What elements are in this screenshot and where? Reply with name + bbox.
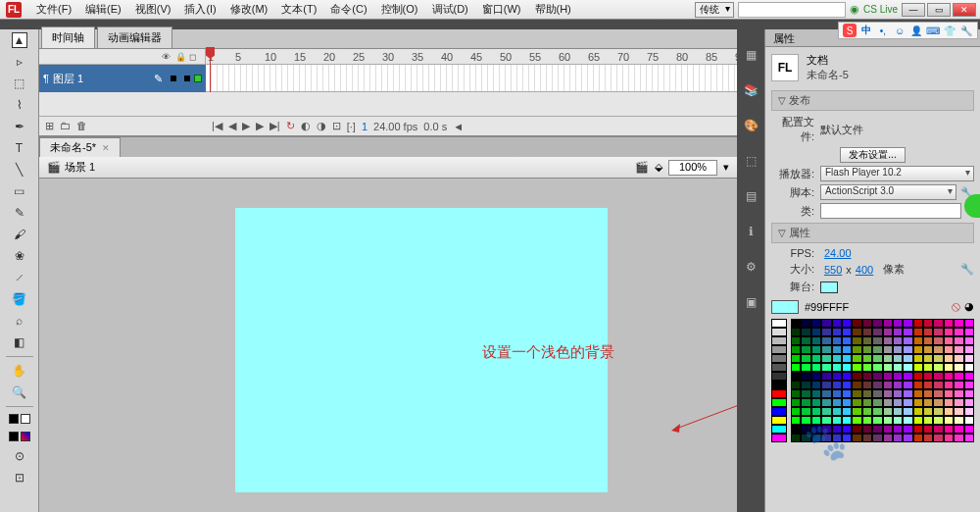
onion-outline-icon[interactable]: ◑ xyxy=(317,120,326,132)
subselection-tool[interactable]: ▹ xyxy=(12,54,27,70)
new-folder-icon[interactable]: 🗀 xyxy=(60,120,71,132)
first-frame-icon[interactable]: |◀ xyxy=(212,120,222,132)
play-icon[interactable]: ▶ xyxy=(242,120,250,132)
lasso-tool[interactable]: ⌇ xyxy=(12,97,27,113)
stroke-swatch[interactable] xyxy=(9,414,19,424)
menu-插入[interactable]: 插入(I) xyxy=(177,0,222,19)
document-tab[interactable]: 未命名-5*✕ xyxy=(39,137,121,157)
bone-tool[interactable]: ⟋ xyxy=(12,270,27,285)
frames-area[interactable] xyxy=(206,65,737,92)
onion-icon[interactable]: ◐ xyxy=(301,120,311,132)
text-tool[interactable]: T xyxy=(12,140,27,156)
free-transform-tool[interactable]: ⬚ xyxy=(12,76,27,91)
transform-panel-icon[interactable]: ⬚ xyxy=(743,153,759,169)
default-colors[interactable] xyxy=(21,432,30,441)
eyedropper-tool[interactable]: ⌕ xyxy=(12,313,27,329)
fill-swatch[interactable] xyxy=(21,414,30,424)
pen-tool[interactable]: ✒ xyxy=(12,119,27,134)
script-select[interactable]: ActionScript 3.0 xyxy=(820,184,956,200)
loop-icon[interactable]: ↻ xyxy=(286,120,295,132)
maximize-button[interactable]: ▭ xyxy=(927,3,951,17)
tab-motion-editor[interactable]: 动画编辑器 xyxy=(97,26,172,48)
menu-编辑[interactable]: 编辑(E) xyxy=(78,0,128,19)
line-tool[interactable]: ╲ xyxy=(12,162,27,178)
library-panel-icon[interactable]: 📚 xyxy=(743,82,759,98)
delete-layer-icon[interactable]: 🗑 xyxy=(76,120,87,132)
edit-multiple-icon[interactable]: ⊡ xyxy=(332,120,341,132)
ime-keyboard-icon[interactable]: ⌨ xyxy=(926,24,940,37)
menu-文件[interactable]: 文件(F) xyxy=(29,0,78,19)
paint-bucket-tool[interactable]: 🪣 xyxy=(12,291,27,307)
last-frame-icon[interactable]: ▶| xyxy=(270,120,280,132)
new-layer-icon[interactable]: ⊞ xyxy=(45,120,54,132)
option-icon[interactable]: ⊡ xyxy=(12,470,27,486)
workspace-selector[interactable]: 传统 xyxy=(695,2,734,18)
tab-timeline[interactable]: 时间轴 xyxy=(41,26,95,48)
prev-frame-icon[interactable]: ◀ xyxy=(228,120,236,132)
sogou-icon[interactable]: S xyxy=(843,24,857,37)
color-panel-icon[interactable]: 🎨 xyxy=(743,118,759,133)
ime-user-icon[interactable]: 👤 xyxy=(909,24,923,37)
ime-skin-icon[interactable]: 👕 xyxy=(943,24,956,37)
height-value[interactable]: 400 xyxy=(856,264,873,276)
ime-lang-icon[interactable]: 中 xyxy=(859,24,873,37)
close-button[interactable]: ✕ xyxy=(953,3,976,17)
class-input[interactable] xyxy=(820,203,961,219)
pencil-tool[interactable]: ✎ xyxy=(12,205,27,221)
deco-tool[interactable]: ❀ xyxy=(12,248,27,264)
scene-name[interactable]: 场景 1 xyxy=(65,160,95,175)
scroll-icon[interactable]: ◄ xyxy=(453,121,464,132)
outline-icon[interactable]: ◻ xyxy=(189,52,199,62)
publish-section-header[interactable]: ▽ 发布 xyxy=(771,90,974,111)
stage-area[interactable]: 设置一个浅色的背景 xyxy=(39,179,737,512)
cslive-icon[interactable]: ◉ xyxy=(850,3,859,16)
ime-face-icon[interactable]: ☺ xyxy=(893,24,906,37)
hand-tool[interactable]: ✋ xyxy=(12,363,27,379)
menu-调试[interactable]: 调试(D) xyxy=(425,0,475,19)
minimize-button[interactable]: — xyxy=(902,3,925,17)
ime-tool-icon[interactable]: 🔧 xyxy=(959,24,973,37)
fps-value[interactable]: 24.00 xyxy=(824,247,852,259)
cslive-label[interactable]: CS Live xyxy=(863,4,898,15)
close-tab-icon[interactable]: ✕ xyxy=(102,143,110,153)
eye-icon[interactable]: 👁 xyxy=(162,52,172,62)
edit-symbols-icon[interactable]: ⬙ xyxy=(655,161,662,174)
lock-icon[interactable]: 🔒 xyxy=(175,52,185,62)
hex-swatch[interactable] xyxy=(771,300,799,314)
snap-icon[interactable]: ⊙ xyxy=(12,448,27,464)
publish-settings-button[interactable]: 发布设置... xyxy=(840,147,905,163)
color-picker[interactable] xyxy=(771,319,974,442)
attrs-section-header[interactable]: ▽ 属性 xyxy=(771,223,974,243)
size-edit-icon[interactable]: 🔧 xyxy=(960,263,974,276)
playhead[interactable] xyxy=(210,49,211,92)
menu-文本[interactable]: 文本(T) xyxy=(274,0,323,19)
menu-控制[interactable]: 控制(O) xyxy=(374,0,425,19)
no-color-icon[interactable]: ⦸ xyxy=(952,298,960,315)
actions-panel-icon[interactable]: ⚙ xyxy=(743,259,759,275)
zoom-tool[interactable]: 🔍 xyxy=(12,384,27,400)
swap-colors[interactable] xyxy=(9,432,19,441)
stage-color-swatch[interactable] xyxy=(820,282,838,293)
align-panel-icon[interactable]: ▦ xyxy=(743,47,759,63)
components-panel-icon[interactable]: ▣ xyxy=(743,294,759,310)
next-frame-icon[interactable]: ▶ xyxy=(256,120,264,132)
layer-row[interactable]: ¶ 图层 1 ✎ xyxy=(39,65,206,92)
zoom-input[interactable]: 100% xyxy=(668,160,717,176)
eraser-tool[interactable]: ◧ xyxy=(12,334,27,350)
width-value[interactable]: 550 xyxy=(824,264,842,276)
menu-窗口[interactable]: 窗口(W) xyxy=(475,0,528,19)
edit-scene-icon[interactable]: 🎬 xyxy=(635,161,649,174)
menu-命令[interactable]: 命令(C) xyxy=(323,0,373,19)
frame-ruler[interactable]: 15101520253035404550556065707580859095 xyxy=(206,49,737,64)
menu-视图[interactable]: 视图(V) xyxy=(128,0,178,19)
info-panel-icon[interactable]: ℹ xyxy=(743,224,759,239)
brush-tool[interactable]: 🖌 xyxy=(12,227,27,242)
selection-tool[interactable]: ▲ xyxy=(12,32,27,48)
swatches-panel-icon[interactable]: ▤ xyxy=(743,188,759,204)
player-select[interactable]: Flash Player 10.2 xyxy=(820,166,974,181)
color-wheel-icon[interactable]: ◕ xyxy=(964,300,974,313)
zoom-dropdown-icon[interactable]: ▾ xyxy=(723,161,729,174)
search-input[interactable] xyxy=(738,2,846,18)
ime-punct-icon[interactable]: •, xyxy=(876,24,890,37)
rectangle-tool[interactable]: ▭ xyxy=(12,183,27,199)
